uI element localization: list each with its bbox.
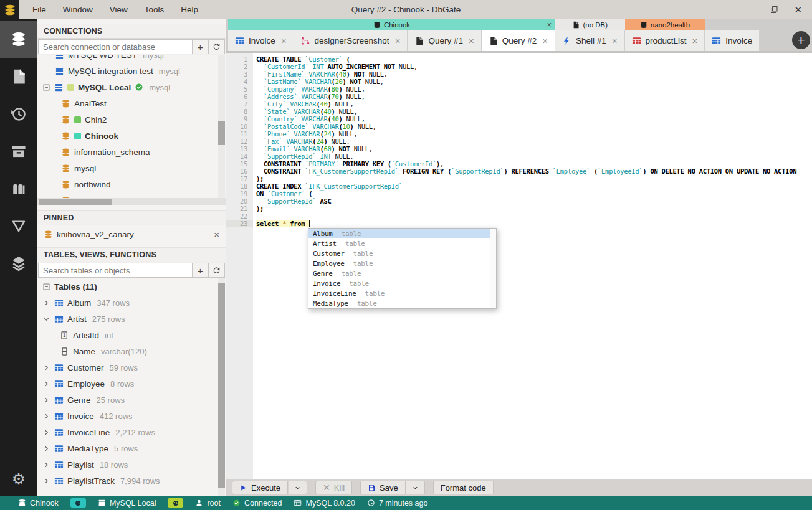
menu-window[interactable]: Window xyxy=(63,5,93,14)
sidebar-item-history[interactable] xyxy=(0,95,37,133)
close-tab-button[interactable]: × xyxy=(692,36,698,45)
collapse-icon[interactable] xyxy=(42,83,50,92)
tab-item-query-#2[interactable]: Query #2× xyxy=(482,30,555,51)
chevron-right-icon[interactable] xyxy=(42,364,50,372)
item-execute-button[interactable]: Execute xyxy=(232,481,288,494)
chevron-right-icon[interactable] xyxy=(42,396,50,404)
sidebar-item-cell-data[interactable] xyxy=(0,245,37,282)
item-save-dropdown-button[interactable] xyxy=(406,481,425,494)
status-item-7-minutes-ago[interactable]: 7 minutes ago xyxy=(367,499,428,508)
connection-item-mysql-integration-test[interactable]: MySQL integration testmysql xyxy=(37,63,226,79)
settings-button[interactable]: ⚙ xyxy=(0,470,37,488)
connection-item-chinook[interactable]: Chinook xyxy=(37,128,226,144)
connection-item-mysql-local[interactable]: MySQL Localmysql xyxy=(37,79,226,95)
status-item-chinook[interactable]: Chinook xyxy=(18,499,59,508)
tab-item-designerscreenshot[interactable]: designerScreenshot× xyxy=(294,30,408,51)
close-group-button[interactable]: × xyxy=(547,21,552,29)
tab-item-shell-#1[interactable]: Shell #1× xyxy=(555,30,625,51)
autocomplete-item-item-invoice[interactable]: Invoicetable xyxy=(308,278,490,288)
connections-hscroll-thumb[interactable] xyxy=(39,199,112,205)
item-save-button[interactable]: Save xyxy=(360,481,406,494)
sidebar-item-files[interactable] xyxy=(0,58,37,95)
close-tab-button[interactable]: × xyxy=(542,36,548,45)
menu-tools[interactable]: Tools xyxy=(145,5,165,14)
sidebar-item-connections[interactable] xyxy=(0,21,37,58)
collapse-icon[interactable] xyxy=(42,283,50,291)
status-item-connected[interactable]: Connected xyxy=(232,499,282,508)
tab-item-invoice[interactable]: Invoice× xyxy=(228,30,294,51)
table-item-album[interactable]: Album347 rows xyxy=(37,295,226,311)
sidebar-item-query-designer[interactable] xyxy=(0,207,37,245)
item-execute-dropdown-button[interactable] xyxy=(288,481,307,494)
close-tab-button[interactable]: × xyxy=(612,36,618,45)
table-item-artist[interactable]: Artist275 rows xyxy=(37,311,226,327)
close-tab-button[interactable]: × xyxy=(281,36,287,45)
table-item-genre[interactable]: Genre25 rows xyxy=(37,392,226,408)
chevron-right-icon[interactable] xyxy=(42,477,50,485)
status-item-mysql-local[interactable]: MySQL Local xyxy=(98,499,156,508)
tables-search-input[interactable] xyxy=(38,263,193,278)
sidebar-item-plugins[interactable] xyxy=(0,170,37,207)
autocomplete-item-item-genre[interactable]: Genretable xyxy=(308,268,490,278)
unpin-button[interactable]: × xyxy=(214,229,219,240)
sql-editor[interactable]: 1CREATE TABLE `Customer` (2 `CustomerId`… xyxy=(226,53,812,479)
menu-file[interactable]: File xyxy=(32,5,46,14)
pinned-item[interactable]: knihovna_v2_canary × xyxy=(37,225,226,243)
maximize-button[interactable] xyxy=(770,6,778,14)
refresh-connections-button[interactable] xyxy=(209,39,225,54)
table-icon xyxy=(712,36,721,45)
chevron-right-icon[interactable] xyxy=(42,428,50,437)
autocomplete-item-item-employee[interactable]: Employeetable xyxy=(308,258,490,268)
menu-help[interactable]: Help xyxy=(181,5,198,14)
connection-item-mysql-wd-test[interactable]: MYSQL WD TESTmysql xyxy=(37,55,226,63)
connection-item-analtest[interactable]: AnalTest xyxy=(37,95,226,111)
table-item-playlist[interactable]: Playlist18 rows xyxy=(37,456,226,473)
autocomplete-item-item-mediatype[interactable]: MediaTypetable xyxy=(308,298,490,308)
close-window-button[interactable]: ✕ xyxy=(794,5,802,14)
table-item-playlisttrack[interactable]: PlaylistTrack7,994 rows xyxy=(37,473,226,489)
code-text: `SupportRepId` INT NULL, xyxy=(253,153,354,160)
minimize-button[interactable]: – xyxy=(750,5,755,14)
refresh-tables-button[interactable] xyxy=(209,263,225,278)
add-table-button[interactable]: + xyxy=(193,263,209,278)
chevron-down-icon[interactable] xyxy=(42,315,50,323)
tables-scroll-thumb[interactable] xyxy=(218,283,225,488)
add-connection-button[interactable]: + xyxy=(193,39,209,54)
tab-item-productlist[interactable]: productList× xyxy=(625,30,705,51)
autocomplete-item-item-invoiceline[interactable]: InvoiceLinetable xyxy=(308,288,490,298)
status-item-root[interactable]: root xyxy=(195,499,221,508)
tab-item-query-#1[interactable]: Query #1× xyxy=(408,30,481,51)
autocomplete-item-item-album[interactable]: Albumtable xyxy=(308,229,490,238)
table-item-artistid[interactable]: 1ArtistIdint xyxy=(37,327,226,343)
autocomplete-item-item-artist[interactable]: Artisttable xyxy=(308,238,490,248)
table-item-invoice[interactable]: Invoice412 rows xyxy=(37,408,226,424)
connections-search-input[interactable] xyxy=(38,39,193,54)
close-tab-button[interactable]: × xyxy=(469,36,474,45)
table-item-invoiceline[interactable]: InvoiceLine2,212 rows xyxy=(37,424,226,440)
chevron-right-icon[interactable] xyxy=(42,299,50,307)
connection-item-mysql[interactable]: mysql xyxy=(37,160,226,176)
item-format-code-button[interactable]: Format code xyxy=(433,481,494,494)
chevron-right-icon[interactable] xyxy=(42,380,50,388)
table-item-name[interactable]: Namevarchar(120) xyxy=(37,343,226,359)
sidebar-item-archive[interactable] xyxy=(0,133,37,170)
chevron-right-icon[interactable] xyxy=(42,445,50,453)
chevron-right-icon[interactable] xyxy=(42,461,50,469)
autocomplete-item-item-customer[interactable]: Customertable xyxy=(308,248,490,258)
connection-item-information-schema[interactable]: information_schema xyxy=(37,144,226,160)
new-tab-button[interactable]: + xyxy=(792,31,810,49)
connection-item-performance-schema[interactable]: performance_schema xyxy=(37,192,226,198)
connection-item-northwind[interactable]: northwind xyxy=(37,176,226,192)
table-item-customer[interactable]: Customer59 rows xyxy=(37,359,226,375)
status-item-mysql-8-0-20[interactable]: MySQL 8.0.20 xyxy=(294,499,355,508)
table-item-employee[interactable]: Employee8 rows xyxy=(37,375,226,392)
connections-scroll-thumb[interactable] xyxy=(218,121,225,145)
tab-item-invoice[interactable]: Invoice xyxy=(705,30,760,51)
close-tab-button[interactable]: × xyxy=(395,36,401,45)
text-cursor xyxy=(309,220,310,227)
table-item-tables-11[interactable]: Tables (11) xyxy=(37,278,226,295)
table-item-mediatype[interactable]: MediaType5 rows xyxy=(37,440,226,456)
connection-item-chin2[interactable]: Chin2 xyxy=(37,111,226,128)
chevron-right-icon[interactable] xyxy=(42,412,50,420)
menu-view[interactable]: View xyxy=(110,5,128,14)
